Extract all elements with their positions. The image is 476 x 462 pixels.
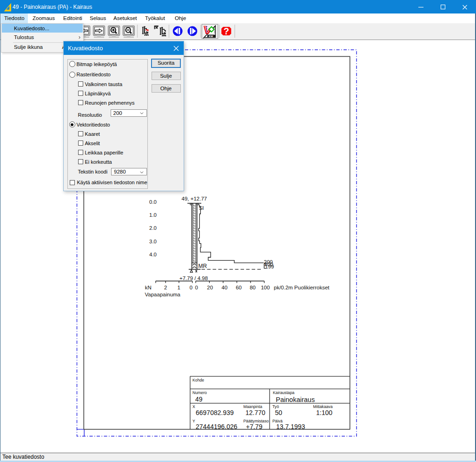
svg-text:49, +12.77: 49, +12.77 xyxy=(182,196,207,201)
svg-text:0: 0 xyxy=(195,285,198,290)
svg-text:40: 40 xyxy=(222,285,228,290)
svg-text:1:100: 1:100 xyxy=(316,409,332,416)
svg-text:13.7.1993: 13.7.1993 xyxy=(276,423,305,430)
svg-text:6697082.939: 6697082.939 xyxy=(196,409,234,416)
svg-text:+7.79 / 4.98: +7.79 / 4.98 xyxy=(179,275,208,281)
svg-text:X: X xyxy=(192,404,195,409)
svg-text:20: 20 xyxy=(207,285,213,290)
svg-text:49: 49 xyxy=(195,395,203,403)
svg-text:pk/0.2m Puolikierrokset: pk/0.2m Puolikierrokset xyxy=(274,285,330,290)
svg-text:0: 0 xyxy=(190,285,192,290)
svg-text:1: 1 xyxy=(177,285,180,290)
svg-text:1.0: 1.0 xyxy=(149,212,157,218)
svg-text:Painokairaus: Painokairaus xyxy=(276,396,315,403)
svg-text:Y: Y xyxy=(192,419,195,423)
svg-text:Kairaustapa: Kairaustapa xyxy=(273,390,295,395)
svg-text:Numero: Numero xyxy=(192,390,207,395)
svg-text:80: 80 xyxy=(250,285,256,290)
svg-text:?: ? xyxy=(224,26,229,36)
svg-text:100: 100 xyxy=(261,285,270,290)
svg-text:2: 2 xyxy=(164,285,167,290)
svg-text:SI: SI xyxy=(199,205,204,211)
svg-text:KW: KW xyxy=(209,35,213,38)
svg-text:Mittakaava: Mittakaava xyxy=(313,404,333,409)
svg-text:60: 60 xyxy=(236,285,242,290)
svg-text:Maanpinta: Maanpinta xyxy=(244,404,263,409)
svg-text:27444196.026: 27444196.026 xyxy=(196,423,238,430)
svg-text:50: 50 xyxy=(275,409,283,416)
svg-text:+7.79: +7.79 xyxy=(246,423,263,430)
svg-text:199: 199 xyxy=(265,264,274,269)
svg-text:2.0: 2.0 xyxy=(149,225,157,231)
svg-text:3.0: 3.0 xyxy=(149,239,157,244)
svg-text:Työ: Työ xyxy=(272,404,279,409)
svg-text:Vapaapainuma: Vapaapainuma xyxy=(145,292,181,297)
svg-text:MR: MR xyxy=(198,263,207,269)
svg-text:4.0: 4.0 xyxy=(149,252,157,257)
svg-text:Kohde: Kohde xyxy=(192,378,204,382)
svg-text:12.770: 12.770 xyxy=(245,409,265,416)
svg-text:0.0: 0.0 xyxy=(149,199,157,205)
svg-text:kN: kN xyxy=(145,285,152,290)
